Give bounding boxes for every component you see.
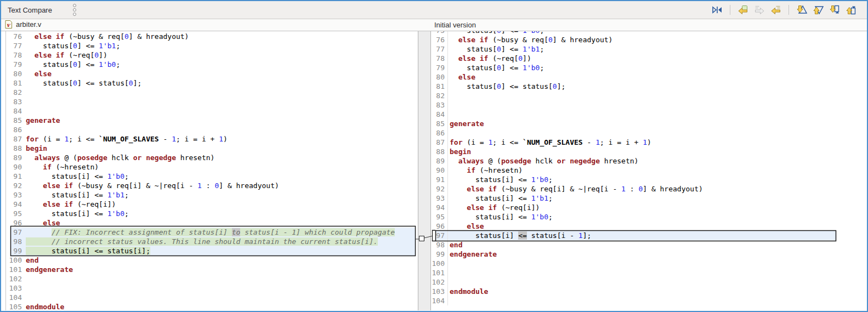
left-editor[interactable]: 76 else if (~busy & req[0] & hreadyout)7… xyxy=(1,31,418,310)
code-line[interactable]: 104 xyxy=(431,296,867,305)
code-line[interactable]: 91 status[i] <= 1'b0; xyxy=(431,175,867,184)
code-line[interactable]: 88begin xyxy=(6,144,417,153)
code-line[interactable]: 76 else if (~busy & req[0] & hreadyout) xyxy=(431,35,867,44)
code-line[interactable]: 90 if (~hresetn) xyxy=(431,166,867,175)
copy-current-right-to-left-button[interactable] xyxy=(769,3,783,16)
line-number: 85 xyxy=(431,119,448,128)
code-line[interactable]: 94 else if (~req[i]) xyxy=(431,203,867,212)
code-line[interactable]: 84 xyxy=(431,110,867,119)
code-line[interactable]: 84 xyxy=(6,106,417,116)
code-line[interactable]: 89 always @ (posedge hclk or negedge hre… xyxy=(431,156,867,166)
code-text xyxy=(448,91,450,100)
line-number: 104 xyxy=(6,293,24,302)
code-line[interactable]: 95 status[i] <= 1'b0; xyxy=(6,209,417,218)
code-line[interactable]: 102 xyxy=(431,277,867,287)
copy-current-left-to-right-button[interactable] xyxy=(752,3,767,16)
code-line[interactable]: 82 xyxy=(431,91,867,100)
left-code-area[interactable]: 76 else if (~busy & req[0] & hreadyout)7… xyxy=(6,32,417,310)
code-line[interactable]: 89 always @ (posedge hclk or negedge hre… xyxy=(6,153,417,162)
right-code-area[interactable]: 75 status[0] <= 1'b0;76 else if (~busy &… xyxy=(431,31,867,305)
code-line[interactable]: 94 else if (~req[i]) xyxy=(6,200,417,209)
copy-all-right-to-left-button[interactable] xyxy=(736,3,750,16)
line-number: 75 xyxy=(431,31,448,35)
code-line[interactable]: 91 status[i] <= 1'b0; xyxy=(6,172,417,181)
code-line[interactable]: 98 // incorrect status values. This line… xyxy=(6,237,417,246)
code-line[interactable]: 96 else xyxy=(6,218,417,228)
code-line[interactable]: 88begin xyxy=(431,147,867,156)
code-line[interactable]: 104 xyxy=(6,293,417,302)
left-file-name: arbiter.v xyxy=(16,20,41,29)
code-line[interactable]: 82 xyxy=(6,88,417,97)
code-text: else if (~busy & req[0] & hreadyout) xyxy=(24,32,189,41)
code-line[interactable]: 78 else if (~req[0]) xyxy=(6,50,417,60)
line-number: 81 xyxy=(431,82,448,91)
code-line[interactable]: 83 xyxy=(6,97,417,106)
code-line[interactable]: 81 status[0] <= status[0]; xyxy=(6,78,417,88)
code-line[interactable]: 79 status[0] <= 1'b0; xyxy=(431,63,867,72)
next-difference-button[interactable] xyxy=(795,3,809,16)
code-text xyxy=(448,100,450,110)
code-line[interactable]: 95 status[i] <= 1'b0; xyxy=(431,212,867,222)
code-line[interactable]: 86 xyxy=(6,125,417,134)
code-text: end xyxy=(448,240,462,249)
code-line[interactable]: 87for (i = 1; i <= `NUM_OF_SLAVES - 1; i… xyxy=(431,138,867,147)
code-line[interactable]: 103 xyxy=(6,283,417,293)
code-line[interactable]: 77 status[0] <= 1'b1; xyxy=(431,44,867,54)
code-line[interactable]: 77 status[0] <= 1'b1; xyxy=(6,41,417,50)
code-line[interactable]: 76 else if (~busy & req[0] & hreadyout) xyxy=(6,32,417,41)
swap-left-right-button[interactable] xyxy=(710,3,724,16)
code-line[interactable]: 81 status[0] <= status[0]; xyxy=(431,82,867,91)
code-line[interactable]: 102 xyxy=(6,274,417,283)
code-line[interactable]: 80 else xyxy=(6,69,417,78)
code-text xyxy=(448,277,450,287)
code-line[interactable]: 80 else xyxy=(431,72,867,82)
previous-change-button[interactable] xyxy=(844,3,858,16)
code-text: if (~hresetn) xyxy=(448,166,523,175)
code-line[interactable]: 100 xyxy=(431,259,867,268)
code-text: else if (~req[i]) xyxy=(24,200,116,209)
line-number: 95 xyxy=(431,212,448,222)
diff-handle[interactable] xyxy=(419,236,424,241)
line-number: 80 xyxy=(6,69,24,78)
code-line[interactable]: 93 status[i] <= 1'b1; xyxy=(6,190,417,200)
code-text: else xyxy=(24,69,52,78)
code-line[interactable]: 103endmodule xyxy=(431,287,867,296)
right-editor[interactable]: 75 status[0] <= 1'b0;76 else if (~busy &… xyxy=(431,31,867,310)
code-line[interactable]: 99 status[i] <= status[i]; xyxy=(6,246,417,256)
code-line[interactable]: 79 status[0] <= 1'b0; xyxy=(6,60,417,69)
code-line[interactable]: 87for (i = 1; i <= `NUM_OF_SLAVES - 1; i… xyxy=(6,134,417,144)
view-menu-grip-icon[interactable] xyxy=(73,4,76,16)
code-line[interactable]: 105endmodule xyxy=(6,302,417,310)
code-text: status[i] <= 1'b1; xyxy=(24,190,129,200)
code-text: end xyxy=(24,256,38,265)
code-line[interactable]: 78 else if (~req[0]) xyxy=(431,54,867,63)
code-line[interactable]: 85generate xyxy=(6,116,417,125)
code-line[interactable]: 97 status[i] <= status[i - 1]; xyxy=(431,231,867,240)
compare-content: 76 else if (~busy & req[0] & hreadyout)7… xyxy=(1,31,867,310)
line-number: 93 xyxy=(6,190,24,200)
code-line[interactable]: 86 xyxy=(431,128,867,138)
line-number: 103 xyxy=(431,287,448,296)
line-number: 79 xyxy=(6,60,24,69)
code-line[interactable]: 101endgenerate xyxy=(6,265,417,274)
previous-difference-button[interactable] xyxy=(811,3,825,16)
code-line[interactable]: 92 else if (~busy & req[i] & ~|req[i - 1… xyxy=(6,181,417,190)
code-line[interactable]: 96 else xyxy=(431,222,867,231)
code-line[interactable]: 75 status[0] <= 1'b0; xyxy=(431,31,867,35)
code-line[interactable]: 90 if (~hresetn) xyxy=(6,162,417,172)
next-change-button[interactable] xyxy=(827,3,842,16)
code-text xyxy=(448,128,450,138)
toolbar-actions xyxy=(710,3,858,16)
line-number: 97 xyxy=(6,228,24,237)
code-line[interactable]: 93 status[i] <= 1'b1; xyxy=(431,194,867,203)
code-line[interactable]: 83 xyxy=(431,100,867,110)
code-line[interactable]: 97 // FIX: Incorrect assignment of statu… xyxy=(6,228,417,237)
code-line[interactable]: 85generate xyxy=(431,119,867,128)
code-line[interactable]: 98end xyxy=(431,240,867,249)
line-number: 92 xyxy=(6,181,24,190)
code-line[interactable]: 101 xyxy=(431,268,867,277)
code-line[interactable]: 92 else if (~busy & req[i] & ~|req[i - 1… xyxy=(431,184,867,194)
code-line[interactable]: 99endgenerate xyxy=(431,249,867,259)
code-line[interactable]: 100end xyxy=(6,256,417,265)
line-number: 85 xyxy=(6,116,24,125)
